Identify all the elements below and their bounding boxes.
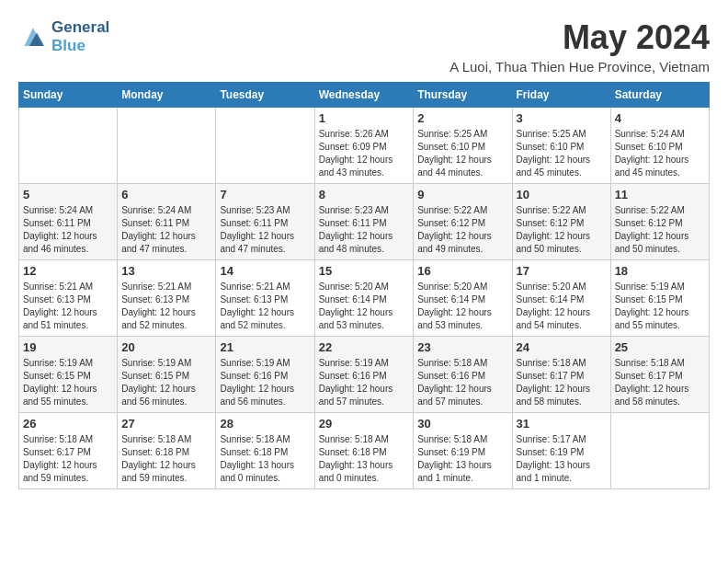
header-day-sunday: Sunday	[19, 83, 118, 108]
day-info: Sunrise: 5:17 AM Sunset: 6:19 PM Dayligh…	[517, 433, 607, 485]
calendar-cell: 9Sunrise: 5:22 AM Sunset: 6:12 PM Daylig…	[414, 184, 512, 260]
day-number: 9	[417, 188, 507, 201]
month-year-title: May 2024	[449, 18, 710, 57]
day-number: 7	[220, 188, 310, 201]
day-number: 3	[517, 111, 607, 125]
day-info: Sunrise: 5:18 AM Sunset: 6:18 PM Dayligh…	[319, 433, 410, 485]
logo-text: General Blue	[51, 18, 109, 55]
day-info: Sunrise: 5:19 AM Sunset: 6:15 PM Dayligh…	[121, 357, 211, 408]
calendar-cell: 28Sunrise: 5:18 AM Sunset: 6:18 PM Dayli…	[216, 413, 314, 489]
day-info: Sunrise: 5:18 AM Sunset: 6:17 PM Dayligh…	[517, 357, 607, 408]
day-number: 27	[121, 417, 211, 431]
day-info: Sunrise: 5:24 AM Sunset: 6:11 PM Dayligh…	[23, 204, 113, 256]
calendar-cell: 16Sunrise: 5:20 AM Sunset: 6:14 PM Dayli…	[414, 260, 512, 337]
calendar-cell: 4Sunrise: 5:24 AM Sunset: 6:10 PM Daylig…	[610, 108, 709, 184]
day-number: 16	[417, 264, 507, 278]
day-info: Sunrise: 5:22 AM Sunset: 6:12 PM Dayligh…	[417, 204, 507, 256]
calendar-cell: 30Sunrise: 5:18 AM Sunset: 6:19 PM Dayli…	[414, 413, 512, 489]
calendar-cell: 12Sunrise: 5:21 AM Sunset: 6:13 PM Dayli…	[19, 260, 118, 337]
day-info: Sunrise: 5:20 AM Sunset: 6:14 PM Dayligh…	[417, 281, 507, 332]
header-day-friday: Friday	[512, 83, 610, 108]
header-day-monday: Monday	[118, 83, 216, 108]
day-info: Sunrise: 5:18 AM Sunset: 6:19 PM Dayligh…	[417, 433, 507, 485]
calendar-cell: 17Sunrise: 5:20 AM Sunset: 6:14 PM Dayli…	[512, 260, 610, 337]
day-info: Sunrise: 5:19 AM Sunset: 6:15 PM Dayligh…	[615, 281, 705, 332]
calendar-cell: 22Sunrise: 5:19 AM Sunset: 6:16 PM Dayli…	[314, 337, 414, 413]
day-info: Sunrise: 5:19 AM Sunset: 6:15 PM Dayligh…	[23, 357, 113, 408]
calendar-cell	[610, 413, 709, 489]
calendar-body: 1Sunrise: 5:26 AM Sunset: 6:09 PM Daylig…	[19, 108, 710, 489]
day-info: Sunrise: 5:21 AM Sunset: 6:13 PM Dayligh…	[23, 281, 113, 332]
day-number: 25	[615, 340, 705, 354]
calendar-cell: 2Sunrise: 5:25 AM Sunset: 6:10 PM Daylig…	[414, 108, 512, 184]
day-info: Sunrise: 5:20 AM Sunset: 6:14 PM Dayligh…	[517, 281, 607, 332]
calendar-cell: 25Sunrise: 5:18 AM Sunset: 6:17 PM Dayli…	[610, 337, 709, 413]
day-info: Sunrise: 5:18 AM Sunset: 6:18 PM Dayligh…	[121, 433, 211, 485]
day-number: 18	[615, 264, 705, 278]
day-number: 12	[23, 264, 113, 278]
header-day-wednesday: Wednesday	[314, 83, 414, 108]
day-info: Sunrise: 5:18 AM Sunset: 6:16 PM Dayligh…	[417, 357, 507, 408]
day-info: Sunrise: 5:18 AM Sunset: 6:18 PM Dayligh…	[220, 433, 310, 485]
calendar-cell: 8Sunrise: 5:23 AM Sunset: 6:11 PM Daylig…	[314, 184, 414, 260]
calendar-cell: 10Sunrise: 5:22 AM Sunset: 6:12 PM Dayli…	[512, 184, 610, 260]
day-number: 1	[319, 111, 410, 125]
day-number: 26	[23, 417, 113, 431]
day-info: Sunrise: 5:25 AM Sunset: 6:10 PM Dayligh…	[517, 128, 607, 179]
calendar-cell: 5Sunrise: 5:24 AM Sunset: 6:11 PM Daylig…	[19, 184, 118, 260]
calendar-header: SundayMondayTuesdayWednesdayThursdayFrid…	[19, 83, 710, 108]
day-number: 31	[517, 417, 607, 431]
day-info: Sunrise: 5:19 AM Sunset: 6:16 PM Dayligh…	[319, 357, 410, 408]
calendar-cell: 14Sunrise: 5:21 AM Sunset: 6:13 PM Dayli…	[216, 260, 314, 337]
day-number: 8	[319, 188, 410, 201]
header-day-tuesday: Tuesday	[216, 83, 314, 108]
day-number: 20	[121, 340, 211, 354]
day-number: 21	[220, 340, 310, 354]
calendar-cell	[216, 108, 314, 184]
day-number: 11	[615, 188, 705, 201]
calendar-week-5: 26Sunrise: 5:18 AM Sunset: 6:17 PM Dayli…	[19, 413, 710, 489]
calendar-cell: 19Sunrise: 5:19 AM Sunset: 6:15 PM Dayli…	[19, 337, 118, 413]
calendar-cell: 1Sunrise: 5:26 AM Sunset: 6:09 PM Daylig…	[314, 108, 414, 184]
day-number: 28	[220, 417, 310, 431]
day-info: Sunrise: 5:20 AM Sunset: 6:14 PM Dayligh…	[319, 281, 410, 332]
logo-icon	[18, 24, 48, 50]
days-header-row: SundayMondayTuesdayWednesdayThursdayFrid…	[19, 83, 710, 108]
calendar-table: SundayMondayTuesdayWednesdayThursdayFrid…	[18, 82, 710, 489]
page-header: General Blue May 2024 A Luoi, Thua Thien…	[18, 18, 710, 75]
day-info: Sunrise: 5:26 AM Sunset: 6:09 PM Dayligh…	[319, 128, 410, 179]
day-info: Sunrise: 5:22 AM Sunset: 6:12 PM Dayligh…	[517, 204, 607, 256]
day-number: 10	[517, 188, 607, 201]
day-info: Sunrise: 5:24 AM Sunset: 6:11 PM Dayligh…	[121, 204, 211, 256]
calendar-cell: 7Sunrise: 5:23 AM Sunset: 6:11 PM Daylig…	[216, 184, 314, 260]
day-number: 6	[121, 188, 211, 201]
day-number: 5	[23, 188, 113, 201]
day-info: Sunrise: 5:21 AM Sunset: 6:13 PM Dayligh…	[121, 281, 211, 332]
calendar-cell: 31Sunrise: 5:17 AM Sunset: 6:19 PM Dayli…	[512, 413, 610, 489]
day-number: 4	[615, 111, 705, 125]
day-number: 15	[319, 264, 410, 278]
day-number: 2	[417, 111, 507, 125]
day-number: 14	[220, 264, 310, 278]
day-info: Sunrise: 5:23 AM Sunset: 6:11 PM Dayligh…	[319, 204, 410, 256]
day-info: Sunrise: 5:21 AM Sunset: 6:13 PM Dayligh…	[220, 281, 310, 332]
day-number: 13	[121, 264, 211, 278]
calendar-cell: 11Sunrise: 5:22 AM Sunset: 6:12 PM Dayli…	[610, 184, 709, 260]
calendar-week-2: 5Sunrise: 5:24 AM Sunset: 6:11 PM Daylig…	[19, 184, 710, 260]
calendar-cell: 27Sunrise: 5:18 AM Sunset: 6:18 PM Dayli…	[118, 413, 216, 489]
day-info: Sunrise: 5:25 AM Sunset: 6:10 PM Dayligh…	[417, 128, 507, 179]
calendar-cell: 21Sunrise: 5:19 AM Sunset: 6:16 PM Dayli…	[216, 337, 314, 413]
calendar-cell: 15Sunrise: 5:20 AM Sunset: 6:14 PM Dayli…	[314, 260, 414, 337]
calendar-week-3: 12Sunrise: 5:21 AM Sunset: 6:13 PM Dayli…	[19, 260, 710, 337]
day-number: 30	[417, 417, 507, 431]
day-number: 22	[319, 340, 410, 354]
calendar-cell: 26Sunrise: 5:18 AM Sunset: 6:17 PM Dayli…	[19, 413, 118, 489]
calendar-cell	[118, 108, 216, 184]
calendar-cell: 20Sunrise: 5:19 AM Sunset: 6:15 PM Dayli…	[118, 337, 216, 413]
calendar-cell	[19, 108, 118, 184]
logo: General Blue	[18, 18, 109, 55]
calendar-cell: 6Sunrise: 5:24 AM Sunset: 6:11 PM Daylig…	[118, 184, 216, 260]
day-info: Sunrise: 5:22 AM Sunset: 6:12 PM Dayligh…	[615, 204, 705, 256]
day-info: Sunrise: 5:18 AM Sunset: 6:17 PM Dayligh…	[615, 357, 705, 408]
day-info: Sunrise: 5:19 AM Sunset: 6:16 PM Dayligh…	[220, 357, 310, 408]
